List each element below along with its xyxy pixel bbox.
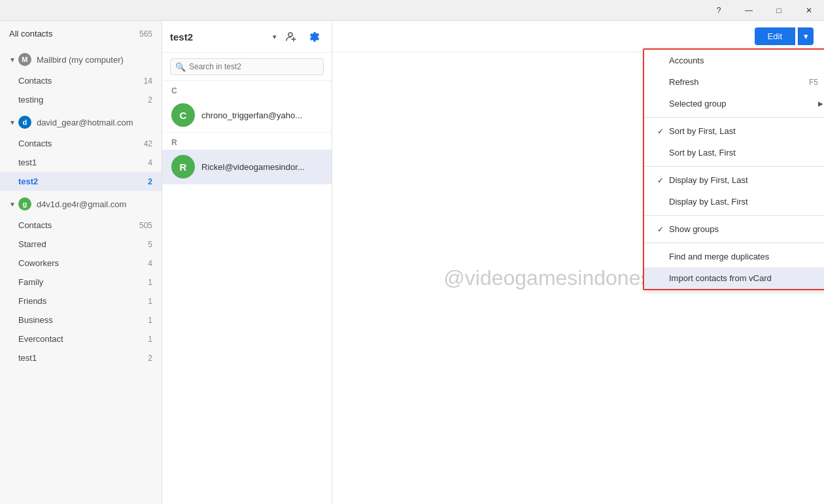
dropdown-item-import-vcard[interactable]: Import contacts from vCard: [644, 267, 824, 289]
sidebar-item-count: 2: [148, 354, 152, 363]
add-contact-button[interactable]: [282, 27, 300, 46]
check-icon: ✓: [657, 127, 669, 136]
detail-toolbar: Edit ▾: [332, 21, 824, 52]
dropdown-item-refresh[interactable]: Refresh F5: [644, 71, 824, 93]
dropdown-item-sort-last-first[interactable]: Sort by Last, First: [644, 142, 824, 163]
contacts-panel-header: test2 ▾: [162, 21, 332, 53]
search-bar: 🔍: [162, 53, 332, 81]
contact-name: chrono_triggerfan@yaho...: [201, 110, 322, 120]
search-wrapper: 🔍: [170, 58, 324, 75]
dropdown-item-find-duplicates[interactable]: Find and merge duplicates: [644, 246, 824, 267]
help-button[interactable]: ?: [704, 0, 734, 21]
sidebar-account-header-hotmail[interactable]: ▼ d david_gear@hotmail.com: [0, 110, 162, 134]
check-icon: ✓: [657, 225, 669, 234]
search-input[interactable]: [170, 58, 324, 75]
dropdown-separator: [644, 117, 824, 118]
app-body: All contacts 565 ▼ M Mailbird (my comput…: [0, 21, 824, 504]
sidebar-item-mailbird-contacts[interactable]: Contacts 14: [0, 71, 162, 90]
settings-gear-button[interactable]: [305, 27, 324, 46]
contacts-panel: test2 ▾: [162, 21, 332, 504]
contacts-list: C C chrono_triggerfan@yaho... R R Rickel…: [162, 81, 332, 504]
sidebar-item-label: Evercontact: [18, 334, 63, 344]
sidebar-account-gmail: ▼ g d4v1d.ge4r@gmail.com Contacts 505 St…: [0, 192, 162, 367]
all-contacts-item[interactable]: All contacts 565: [0, 21, 162, 46]
maximize-button[interactable]: □: [764, 0, 794, 21]
close-button[interactable]: ✕: [794, 0, 824, 21]
hotmail-account-icon: d: [18, 116, 31, 129]
dropdown-item-label: Import contacts from vCard: [669, 273, 772, 283]
mailbird-account-name: Mailbird (my computer): [37, 55, 124, 65]
sidebar-item-label: Contacts: [18, 76, 52, 86]
title-dropdown-arrow[interactable]: ▾: [273, 33, 277, 41]
sidebar-account-mailbird: ▼ M Mailbird (my computer) Contacts 14 t…: [0, 48, 162, 109]
dropdown-item-sort-first-last[interactable]: ✓ Sort by First, Last: [644, 120, 824, 142]
sidebar-item-label: Family: [18, 277, 43, 287]
sidebar-item-label: test1: [18, 353, 37, 363]
sidebar-item-gmail-business[interactable]: Business 1: [0, 311, 162, 329]
sidebar-item-hotmail-test2[interactable]: test2 2: [0, 172, 162, 191]
contact-avatar: C: [171, 103, 195, 127]
contact-info: chrono_triggerfan@yaho...: [201, 110, 322, 120]
dropdown-item-display-first-last[interactable]: ✓ Display by First, Last: [644, 169, 824, 191]
sidebar-item-hotmail-contacts[interactable]: Contacts 42: [0, 134, 162, 153]
edit-button[interactable]: Edit: [755, 27, 795, 45]
sidebar-item-gmail-evercontact[interactable]: Evercontact 1: [0, 329, 162, 348]
dropdown-menu: Accounts Refresh F5 Selected group: [643, 48, 824, 290]
contact-item-rickel[interactable]: R Rickel@videogamesindor...: [162, 150, 332, 184]
minimize-button[interactable]: —: [734, 0, 764, 21]
title-bar-controls: ? — □ ✕: [704, 0, 824, 20]
sidebar-account-hotmail: ▼ d david_gear@hotmail.com Contacts 42 t…: [0, 110, 162, 191]
sidebar-item-count: 505: [139, 221, 152, 230]
sidebar-item-gmail-coworkers[interactable]: Coworkers 4: [0, 254, 162, 273]
all-contacts-label: All contacts: [9, 29, 52, 39]
sidebar-item-mailbird-testing[interactable]: testing 2: [0, 90, 162, 109]
edit-dropdown-button[interactable]: ▾: [798, 27, 814, 45]
gmail-account-icon: g: [18, 197, 31, 210]
dropdown-item-accounts[interactable]: Accounts: [644, 50, 824, 71]
dropdown-item-label: Display by Last, First: [669, 197, 748, 207]
sidebar-item-label: test1: [18, 158, 37, 167]
sidebar: All contacts 565 ▼ M Mailbird (my comput…: [0, 21, 162, 504]
dropdown-item-show-groups[interactable]: ✓ Show groups: [644, 218, 824, 240]
dropdown-separator: [644, 166, 824, 167]
sidebar-item-gmail-family[interactable]: Family 1: [0, 273, 162, 292]
dropdown-item-label: Show groups: [669, 224, 719, 234]
sidebar-item-label: testing: [18, 95, 43, 105]
gear-icon: [309, 31, 320, 42]
sidebar-item-count: 2: [148, 177, 152, 186]
contact-group-r: R: [162, 133, 332, 150]
sidebar-item-count: 1: [148, 335, 152, 344]
hotmail-account-name: david_gear@hotmail.com: [37, 118, 133, 127]
dropdown-item-label: Sort by First, Last: [669, 126, 736, 136]
svg-point-0: [288, 33, 292, 37]
dropdown-separator: [644, 243, 824, 243]
sidebar-item-label: Coworkers: [18, 258, 59, 268]
sidebar-item-gmail-contacts[interactable]: Contacts 505: [0, 216, 162, 235]
all-contacts-count: 565: [139, 29, 152, 39]
sidebar-account-header-gmail[interactable]: ▼ g d4v1d.ge4r@gmail.com: [0, 192, 162, 216]
sidebar-item-count: 4: [148, 259, 152, 268]
sidebar-item-count: 1: [148, 278, 152, 287]
contact-item-chrono[interactable]: C chrono_triggerfan@yaho...: [162, 98, 332, 133]
sidebar-item-label: Contacts: [18, 220, 52, 230]
add-person-icon: [286, 31, 296, 42]
sidebar-account-header-mailbird[interactable]: ▼ M Mailbird (my computer): [0, 48, 162, 71]
dropdown-shortcut: F5: [809, 78, 818, 87]
dropdown-item-label: Find and merge duplicates: [669, 252, 769, 261]
title-bar: ? — □ ✕: [0, 0, 824, 21]
sidebar-item-label: Contacts: [18, 139, 52, 148]
chevron-down-icon: ▼: [9, 56, 16, 63]
sidebar-item-hotmail-test1[interactable]: test1 4: [0, 153, 162, 172]
sidebar-item-count: 5: [148, 240, 152, 249]
sidebar-item-label: Starred: [18, 239, 46, 249]
sidebar-item-gmail-friends[interactable]: Friends 1: [0, 292, 162, 311]
sidebar-item-count: 1: [148, 316, 152, 325]
sidebar-item-gmail-test1[interactable]: test1 2: [0, 348, 162, 367]
sidebar-item-count: 1: [148, 297, 152, 306]
sidebar-item-label: test2: [18, 176, 38, 186]
dropdown-item-selected-group[interactable]: Selected group: [644, 93, 824, 114]
dropdown-item-label: Selected group: [669, 99, 726, 109]
contact-avatar: R: [171, 155, 195, 178]
sidebar-item-gmail-starred[interactable]: Starred 5: [0, 235, 162, 254]
dropdown-item-display-last-first[interactable]: Display by Last, First: [644, 191, 824, 212]
